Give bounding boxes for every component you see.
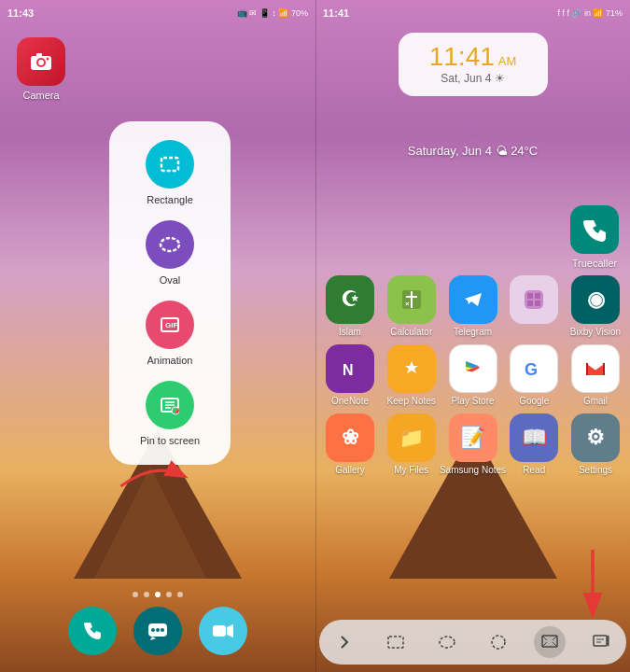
right-panel: 11:41 f f f 🔗 in 📶 71% 11:41 AM Sat, Jun… [315, 0, 630, 672]
pin-label: Pin to screen [140, 435, 200, 446]
left-status-icons: 📺 ✉ 📱 ↕ 📶 70% [237, 8, 308, 18]
svg-point-18 [156, 628, 160, 632]
camera-icon [17, 37, 65, 86]
keep-icon [387, 344, 436, 393]
camera-app[interactable]: Camera [17, 37, 65, 101]
calculator-label: Calculator [390, 327, 432, 337]
svg-point-4 [47, 58, 49, 61]
toolbar-chevron[interactable] [329, 626, 360, 658]
app-grid: ☪ Islam × Calculator [323, 275, 623, 483]
samsung-notes-icon: 📝 [449, 413, 497, 462]
svg-rect-45 [594, 636, 607, 646]
gmail-label: Gmail [583, 396, 608, 406]
menu-item-oval[interactable]: Oval [146, 220, 194, 286]
app-myfiles[interactable]: 📁 My Files [385, 413, 439, 475]
toolbar-select-screen[interactable] [534, 626, 566, 658]
myfiles-icon: 📁 [387, 413, 436, 462]
calculator-icon: × [387, 275, 436, 324]
toolbar-select-rect[interactable] [380, 626, 412, 658]
truecaller-app[interactable]: Truecaller [570, 205, 619, 269]
app-onenote[interactable]: N OneNote [323, 344, 377, 406]
keep-label: Keep Notes [387, 396, 436, 406]
islam-label: Islam [339, 327, 361, 337]
svg-rect-29 [527, 301, 533, 306]
app-playstore[interactable]: Play Store [446, 344, 500, 406]
svg-text:📌: 📌 [173, 408, 180, 415]
app-settings[interactable]: ⚙ Settings [568, 413, 623, 475]
app-gmail[interactable]: Gmail [568, 344, 623, 406]
google-icon: G [510, 344, 558, 393]
read-label: Read [523, 465, 545, 475]
truecaller-icon [570, 205, 619, 254]
app-row-2: N OneNote Keep Notes [323, 344, 623, 406]
app-google[interactable]: G Google [507, 344, 561, 406]
clock-time: 11:41 [429, 44, 495, 70]
svg-rect-28 [535, 293, 540, 299]
dot-3 [155, 592, 161, 597]
app-samsung-notes[interactable]: 📝 Samsung Notes [446, 413, 500, 475]
bixby-icon: ◉ [571, 275, 620, 324]
toolbar-select-oval[interactable] [431, 626, 463, 658]
gallery-label: Gallery [335, 465, 365, 475]
bottom-toolbar [319, 620, 626, 665]
pin-icon: 📌 [146, 381, 194, 429]
svg-point-43 [492, 636, 505, 649]
app-islam[interactable]: ☪ Islam [323, 275, 377, 337]
clock-date: Sat, Jun 4 ☀ [421, 72, 525, 85]
chat-dock-icon[interactable] [133, 607, 182, 655]
rectangle-label: Rectangle [147, 194, 193, 205]
dot-5 [177, 592, 183, 597]
toolbar-select-lasso[interactable] [483, 626, 514, 658]
clock-widget: 11:41 AM Sat, Jun 4 ☀ [399, 33, 548, 96]
svg-rect-26 [525, 290, 543, 309]
google-label: Google [519, 396, 549, 406]
svg-text:N: N [343, 362, 354, 378]
screenshot-menu: Rectangle Oval GIF Animation [109, 121, 231, 465]
video-dock-icon[interactable] [199, 607, 247, 655]
right-status-bar: 11:41 f f f 🔗 in 📶 71% [315, 0, 630, 26]
onenote-icon: N [326, 344, 374, 393]
settings-label: Settings [579, 465, 612, 475]
svg-rect-39 [603, 363, 605, 375]
svg-rect-20 [213, 625, 226, 637]
app-bixby[interactable]: ◉ Bixby Vision [568, 275, 623, 337]
left-status-time: 11:43 [7, 7, 34, 19]
phone-dock-icon[interactable] [68, 607, 117, 655]
app-unknown[interactable] [507, 275, 561, 337]
menu-item-rectangle[interactable]: Rectangle [146, 140, 194, 205]
rectangle-icon [146, 140, 194, 189]
svg-text:×: × [405, 300, 410, 308]
menu-item-animation[interactable]: GIF Animation [146, 301, 194, 366]
playstore-label: Play Store [451, 396, 494, 406]
app-telegram[interactable]: Telegram [446, 275, 500, 337]
svg-rect-3 [36, 53, 42, 57]
svg-rect-46 [608, 636, 609, 646]
menu-item-pin[interactable]: 📌 Pin to screen [140, 381, 200, 446]
read-icon: 📖 [510, 413, 558, 462]
islam-icon: ☪ [326, 275, 374, 324]
clock-ampm: AM [498, 54, 517, 68]
camera-label: Camera [22, 90, 59, 101]
svg-rect-5 [161, 158, 178, 171]
app-read[interactable]: 📖 Read [507, 413, 561, 475]
gallery-icon: ❀ [326, 413, 374, 462]
gmail-icon [571, 344, 620, 393]
svg-point-42 [440, 637, 455, 648]
svg-text:GIF: GIF [165, 321, 177, 329]
app-keep[interactable]: Keep Notes [385, 344, 439, 406]
svg-rect-30 [535, 301, 540, 306]
onenote-label: OneNote [331, 396, 369, 406]
app-row-1: ☪ Islam × Calculator [323, 275, 623, 337]
toolbar-pin[interactable] [585, 626, 617, 658]
app-calculator[interactable]: × Calculator [385, 275, 439, 337]
svg-point-2 [38, 60, 44, 65]
unknown-icon [510, 275, 558, 324]
svg-point-6 [161, 238, 179, 251]
svg-rect-41 [388, 637, 403, 648]
app-gallery[interactable]: ❀ Gallery [323, 413, 377, 475]
left-status-bar: 11:43 📺 ✉ 📱 ↕ 📶 70% [0, 0, 315, 26]
arrow-left [112, 457, 196, 498]
samsung-notes-label: Samsung Notes [440, 465, 506, 475]
truecaller-label: Truecaller [572, 258, 618, 269]
svg-point-19 [161, 628, 164, 632]
